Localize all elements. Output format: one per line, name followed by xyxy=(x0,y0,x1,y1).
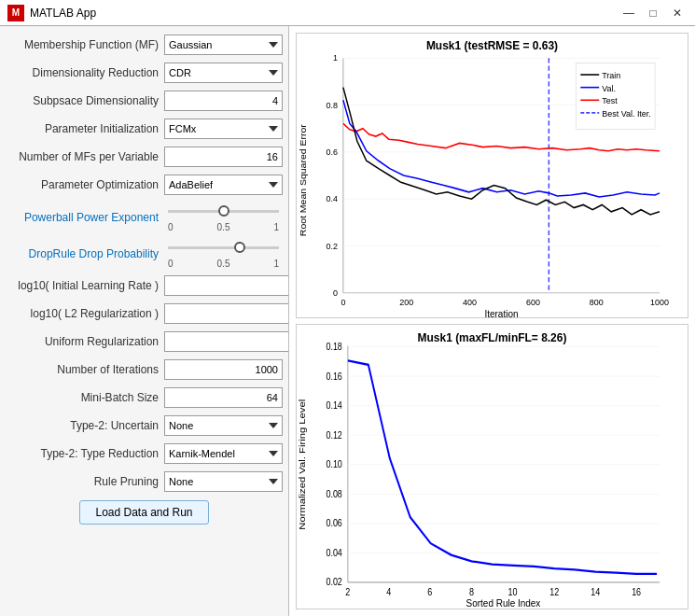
load-run-label: Load Data and Run xyxy=(95,506,192,519)
title-bar: M MATLAB App — □ ✕ xyxy=(0,0,695,26)
type2-uncertain-row: Type-2: Uncertain None Gaussian xyxy=(6,414,283,437)
legend-test-label: Test xyxy=(602,96,618,105)
param-opt-row: Parameter Optimization AdaBelief SGD Ada… xyxy=(6,174,283,196)
powerball-tick-0: 0 xyxy=(168,222,174,232)
svg-text:0: 0 xyxy=(333,288,338,298)
rule-pruning-row: Rule Pruning None Threshold Top-K xyxy=(6,470,283,493)
mf-type-select[interactable]: Gaussian Triangular Trapezoidal xyxy=(164,35,283,55)
droprule-tick-1: 1 xyxy=(273,259,279,269)
mf-type-control: Gaussian Triangular Trapezoidal xyxy=(164,35,283,55)
svg-text:0.06: 0.06 xyxy=(326,518,341,529)
dim-reduction-select[interactable]: CDR PCA None xyxy=(164,63,283,83)
powerball-ticks: 0 0.5 1 xyxy=(168,222,279,232)
uniform-reg-label: Uniform Regularization xyxy=(6,335,164,348)
load-btn-row: Load Data and Run xyxy=(6,500,283,525)
param-init-label: Parameter Initialization xyxy=(6,122,164,135)
svg-text:2: 2 xyxy=(345,587,350,598)
svg-text:400: 400 xyxy=(463,298,477,307)
powerball-bg xyxy=(168,210,279,213)
subspace-dim-label: Subpsace Dimensionality xyxy=(6,94,164,107)
droprule-slider-wrap: 0 0.5 1 xyxy=(164,238,283,269)
mf-type-row: Membership Function (MF) Gaussian Triang… xyxy=(6,34,283,56)
type2-reduction-select[interactable]: Karnik-Mendel EKM xyxy=(164,443,283,464)
droprule-thumb[interactable] xyxy=(234,242,245,253)
uniform-reg-input[interactable] xyxy=(164,331,289,352)
type2-uncertain-label: Type-2: Uncertain xyxy=(6,419,164,432)
droprule-tick-0: 0 xyxy=(168,259,174,269)
log-lr-spinner: ▲ ▼ xyxy=(164,274,289,297)
svg-text:0.6: 0.6 xyxy=(326,147,337,157)
bottom-chart-line xyxy=(348,360,657,574)
log-l2-input[interactable] xyxy=(164,303,289,324)
rule-pruning-control: None Threshold Top-K xyxy=(164,471,283,492)
param-init-control: FCMx Random Uniform xyxy=(164,119,283,139)
rule-pruning-label: Rule Pruning xyxy=(6,475,164,488)
legend-train-label: Train xyxy=(602,71,620,80)
mf-type-label: Membership Function (MF) xyxy=(6,38,164,51)
mini-batch-input[interactable] xyxy=(164,387,283,408)
log-l2-spinner: ▲ ▼ xyxy=(164,302,289,325)
svg-text:0.18: 0.18 xyxy=(326,341,341,352)
svg-text:0: 0 xyxy=(341,298,345,307)
droprule-slider-container: DropRule Drop Probability 0 0.5 1 xyxy=(6,238,283,269)
dim-reduction-row: Dimensionality Reduction CDR PCA None xyxy=(6,62,283,84)
subspace-dim-input[interactable] xyxy=(164,91,283,111)
svg-text:0.12: 0.12 xyxy=(326,429,341,441)
top-chart-container: Musk1 (testRMSE = 0.63) Root Mean Square… xyxy=(296,33,688,318)
num-iter-label: Number of Iterations xyxy=(6,363,164,376)
svg-text:0.14: 0.14 xyxy=(326,400,342,412)
num-iter-row: Number of Iterations xyxy=(6,358,283,381)
svg-text:0.4: 0.4 xyxy=(326,194,337,203)
log-lr-label: log10( Initial Learning Rate ) xyxy=(6,279,164,292)
log-l2-row: log10( L2 Regularization ) ▲ ▼ xyxy=(6,302,283,325)
svg-text:800: 800 xyxy=(590,298,604,307)
num-iter-input[interactable] xyxy=(164,359,283,380)
uniform-reg-control: ▲ ▼ xyxy=(164,330,289,353)
type2-uncertain-control: None Gaussian xyxy=(164,415,283,436)
legend-val-label: Val. xyxy=(602,84,616,93)
svg-text:14: 14 xyxy=(591,587,601,598)
powerball-label: Powerball Power Exponent xyxy=(6,211,164,224)
rule-pruning-select[interactable]: None Threshold Top-K xyxy=(164,471,283,492)
minimize-button[interactable]: — xyxy=(619,5,639,21)
num-mfs-input[interactable] xyxy=(164,147,283,167)
top-chart-svg: Musk1 (testRMSE = 0.63) Root Mean Square… xyxy=(297,34,688,317)
type2-reduction-row: Type-2: Type Reduction Karnik-Mendel EKM xyxy=(6,442,283,465)
type2-reduction-label: Type-2: Type Reduction xyxy=(6,447,164,460)
bottom-chart-ylabel: Normalized Val. Firing Level xyxy=(297,399,307,530)
subspace-dim-row: Subpsace Dimensionality xyxy=(6,90,283,112)
bottom-chart-title: Musk1 (maxFL/minFL= 8.26) xyxy=(418,329,567,344)
num-mfs-row: Number of MFs per Variable xyxy=(6,146,283,168)
droprule-track xyxy=(168,238,279,257)
uniform-reg-row: Uniform Regularization ▲ ▼ xyxy=(6,330,283,353)
svg-text:0.2: 0.2 xyxy=(326,241,337,250)
svg-text:0.10: 0.10 xyxy=(326,459,341,470)
svg-text:1000: 1000 xyxy=(650,298,669,307)
param-init-select[interactable]: FCMx Random Uniform xyxy=(164,119,283,139)
mini-batch-control xyxy=(164,387,283,408)
num-mfs-control xyxy=(164,147,283,167)
log-l2-control: ▲ ▼ xyxy=(164,302,289,325)
close-button[interactable]: ✕ xyxy=(667,5,688,21)
mini-batch-label: Mini-Batch Size xyxy=(6,391,164,404)
droprule-tick-mid: 0.5 xyxy=(217,259,230,269)
droprule-bg xyxy=(168,246,279,249)
droprule-label: DropRule Drop Probability xyxy=(6,247,164,260)
maximize-button[interactable]: □ xyxy=(643,5,663,21)
param-opt-control: AdaBelief SGD Adam xyxy=(164,175,283,195)
load-run-button[interactable]: Load Data and Run xyxy=(79,500,208,525)
subspace-dim-control xyxy=(164,91,283,111)
window-controls: — □ ✕ xyxy=(619,5,688,21)
log-lr-input[interactable] xyxy=(164,275,289,296)
svg-text:12: 12 xyxy=(549,587,559,598)
svg-text:4: 4 xyxy=(386,587,392,598)
powerball-thumb[interactable] xyxy=(218,205,229,217)
bottom-chart-container: Musk1 (maxFL/minFL= 8.26) 0.02 0.04 0.06… xyxy=(296,324,688,609)
type2-uncertain-select[interactable]: None Gaussian xyxy=(164,415,283,436)
log-l2-label: log10( L2 Regularization ) xyxy=(6,307,164,320)
legend-bestval-label: Best Val. Iter. xyxy=(602,109,651,119)
param-opt-select[interactable]: AdaBelief SGD Adam xyxy=(164,175,283,195)
app-title: MATLAB App xyxy=(30,7,619,20)
mini-batch-row: Mini-Batch Size xyxy=(6,386,283,409)
svg-text:0.08: 0.08 xyxy=(326,488,341,499)
